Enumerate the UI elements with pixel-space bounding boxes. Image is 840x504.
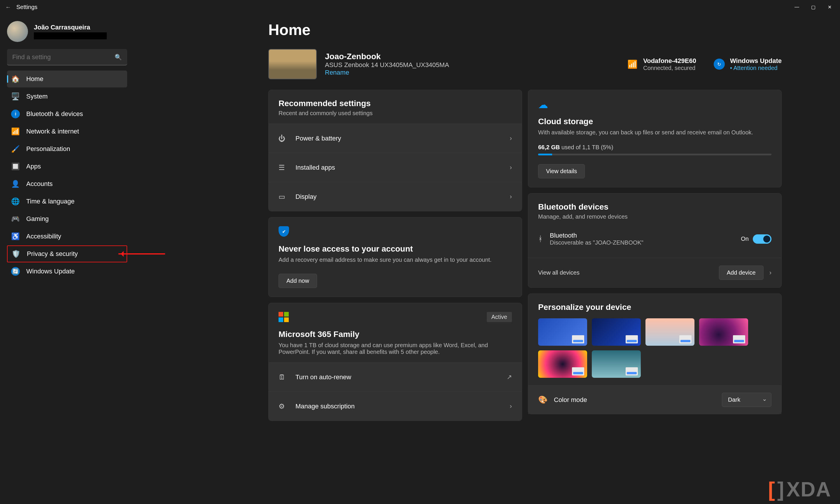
card-personalize: Personalize your device 🎨 Color mode Dar… (528, 293, 782, 414)
sidebar-item-label: System (26, 93, 48, 100)
update-sub: • Attention needed (730, 65, 782, 71)
theme-option-1[interactable] (592, 318, 641, 346)
theme-preview-icon (733, 335, 745, 343)
toggle-label: On (741, 236, 749, 242)
cloud-progress-fill (538, 154, 552, 155)
close-button[interactable]: ✕ (821, 1, 838, 13)
sidebar-item-time[interactable]: 🌐 Time & language (7, 193, 127, 210)
maximize-button[interactable]: ▢ (805, 1, 821, 13)
chevron-right-icon: › (510, 193, 512, 201)
search-icon: 🔍 (115, 54, 122, 61)
theme-option-5[interactable] (592, 350, 641, 378)
sidebar-item-network[interactable]: 📶 Network & internet (7, 123, 127, 140)
shield-icon: 🛡️ (12, 250, 20, 258)
cloud-progress (538, 154, 771, 155)
row-auto-renew[interactable]: 🗓 Turn on auto-renew ↗ (269, 362, 522, 392)
add-now-button[interactable]: Add now (279, 274, 317, 288)
annotation-arrow (118, 253, 165, 254)
sidebar-item-bluetooth[interactable]: ᚼ Bluetooth & devices (7, 106, 127, 122)
apps-icon: ☰ (279, 164, 287, 172)
row-installed-apps[interactable]: ☰ Installed apps › (269, 153, 522, 182)
profile-email-redacted (34, 32, 107, 39)
colormode-select[interactable]: Dark (722, 393, 771, 407)
titlebar: ← Settings — ▢ ✕ (0, 0, 840, 14)
theme-grid (538, 318, 771, 378)
update-title: Windows Update (730, 57, 782, 65)
update-icon: ↻ (714, 59, 725, 70)
sidebar-item-apps[interactable]: 🔲 Apps (7, 158, 127, 175)
sidebar-item-update[interactable]: 🔄 Windows Update (7, 263, 127, 280)
sidebar-item-label: Accounts (26, 180, 53, 188)
recommended-sub: Recent and commonly used settings (279, 110, 512, 116)
search-input[interactable] (12, 53, 115, 61)
back-button[interactable]: ← (2, 4, 14, 11)
system-icon: 🖥️ (11, 92, 20, 101)
card-bluetooth: Bluetooth devices Manage, add, and remov… (528, 193, 782, 288)
sidebar-item-label: Home (26, 75, 43, 83)
add-device-button[interactable]: Add device (719, 266, 764, 280)
bluetooth-icon: ᚼ (538, 234, 543, 244)
wifi-icon: 📶 (11, 127, 20, 136)
personalize-title: Personalize your device (538, 303, 771, 312)
profile-name: João Carrasqueira (34, 24, 107, 31)
status-update[interactable]: ↻ Windows Update • Attention needed (714, 57, 782, 71)
sidebar-item-system[interactable]: 🖥️ System (7, 88, 127, 105)
device-thumbnail[interactable] (268, 49, 317, 79)
sidebar-item-personalization[interactable]: 🖌️ Personalization (7, 141, 127, 157)
active-badge: Active (487, 312, 512, 322)
theme-preview-icon (572, 367, 584, 375)
bt-discoverable: Discoverable as "JOAO-ZENBOOK" (550, 239, 643, 246)
recovery-title: Never lose access to your account (279, 244, 512, 254)
window-title: Settings (14, 4, 37, 11)
theme-preview-icon (572, 335, 584, 343)
row-manage-subscription[interactable]: ⚙ Manage subscription › (269, 392, 522, 421)
shield-check-icon: ✔ (279, 226, 289, 237)
globe-icon: 🌐 (11, 197, 20, 206)
sidebar-item-label: Network & internet (26, 128, 79, 135)
sidebar: João Carrasqueira 🔍 🏠 Home 🖥️ System ᚼ B… (0, 14, 134, 504)
row-power[interactable]: ⏻ Power & battery › (269, 124, 522, 153)
m365-body: You have 1 TB of cloud storage and can u… (279, 342, 512, 355)
row-label: Turn on auto-renew (295, 373, 351, 381)
accessibility-icon: ♿ (11, 232, 20, 241)
bluetooth-icon: ᚼ (11, 110, 20, 118)
view-all-devices-link[interactable]: View all devices (538, 269, 580, 276)
rename-link[interactable]: Rename (325, 69, 449, 76)
bt-sub: Manage, add, and remove devices (538, 213, 771, 220)
sidebar-item-home[interactable]: 🏠 Home (7, 71, 127, 87)
cloud-title: Cloud storage (538, 117, 771, 126)
profile[interactable]: João Carrasqueira (7, 19, 127, 49)
theme-option-4[interactable] (538, 350, 587, 378)
card-account-recovery: ✔ Never lose access to your account Add … (268, 217, 522, 297)
home-icon: 🏠 (11, 75, 20, 83)
content: Home Joao-Zenbook ASUS Zenbook 14 UX3405… (134, 14, 840, 504)
sidebar-item-accounts[interactable]: 👤 Accounts (7, 176, 127, 192)
minimize-button[interactable]: — (789, 1, 805, 13)
row-display[interactable]: ▭ Display › (269, 182, 522, 211)
sidebar-item-privacy[interactable]: 🛡️ Privacy & security (7, 246, 127, 262)
apps-icon: 🔲 (11, 162, 20, 171)
search-input-wrapper[interactable]: 🔍 (7, 49, 127, 65)
theme-preview-icon (626, 367, 638, 375)
sidebar-item-label: Privacy & security (27, 250, 78, 258)
watermark: [] XDA (768, 478, 831, 501)
sidebar-item-accessibility[interactable]: ♿ Accessibility (7, 228, 127, 245)
sidebar-item-label: Apps (26, 163, 41, 170)
view-details-button[interactable]: View details (538, 164, 585, 178)
bt-label: Bluetooth (550, 232, 643, 239)
chevron-right-icon: › (510, 135, 512, 142)
theme-option-2[interactable] (645, 318, 695, 346)
sidebar-item-gaming[interactable]: 🎮 Gaming (7, 211, 127, 227)
bluetooth-toggle[interactable] (753, 234, 771, 244)
sidebar-item-label: Personalization (26, 145, 70, 153)
open-external-icon: ↗ (507, 373, 512, 381)
row-label: Manage subscription (295, 402, 355, 410)
nav: 🏠 Home 🖥️ System ᚼ Bluetooth & devices 📶… (7, 71, 127, 280)
chevron-right-icon: › (510, 402, 512, 410)
colormode-label: Color mode (554, 396, 587, 404)
status-wifi[interactable]: 📶 Vodafone-429E60 Connected, secured (627, 57, 696, 71)
palette-icon: 🎨 (538, 395, 547, 404)
theme-option-0[interactable] (538, 318, 587, 346)
theme-option-3[interactable] (699, 318, 748, 346)
m365-title: Microsoft 365 Family (279, 330, 512, 339)
